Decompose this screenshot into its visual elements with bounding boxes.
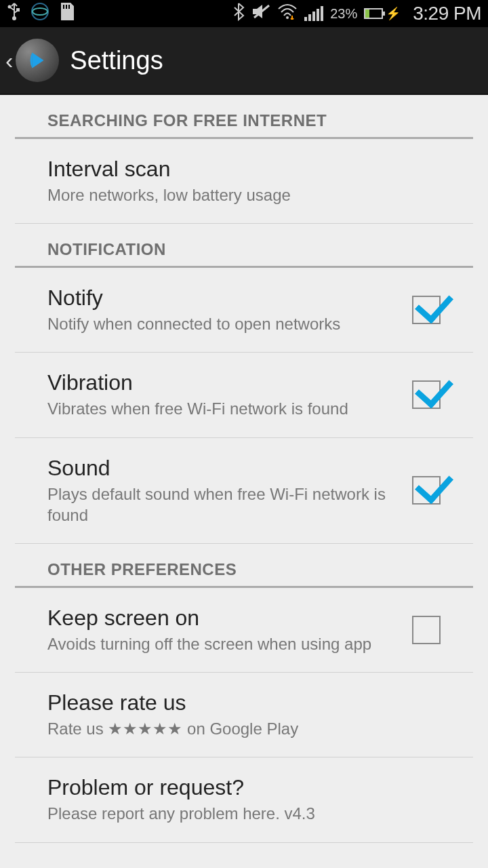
wifi-icon xyxy=(277,3,298,24)
pref-rate-us[interactable]: Please rate us Rate us ★★★★★ on Google P… xyxy=(15,673,473,757)
mute-icon xyxy=(251,3,270,24)
sync-icon xyxy=(30,1,50,26)
pref-title: Interval scan xyxy=(47,157,427,182)
pref-problem-request[interactable]: Problem or request? Please report any pr… xyxy=(15,757,473,842)
checkbox-sound[interactable] xyxy=(412,476,441,505)
clock: 3:29 PM xyxy=(413,3,481,24)
svg-point-0 xyxy=(12,16,16,20)
action-bar[interactable]: ‹ Settings xyxy=(0,27,488,95)
pref-keep-screen-on[interactable]: Keep screen on Avoids turning off the sc… xyxy=(15,588,473,673)
signal-icon xyxy=(304,6,323,21)
pref-summary: Vibrates when free Wi-Fi network is foun… xyxy=(47,398,399,419)
pref-summary: More networks, low battery usage xyxy=(47,184,427,205)
checkbox-keep-screen[interactable] xyxy=(412,616,441,644)
pref-title: Problem or request? xyxy=(47,775,427,800)
section-header-other: OTHER PREFERENCES xyxy=(15,544,473,588)
pref-summary: Plays default sound when free Wi-Fi netw… xyxy=(47,484,399,526)
pref-vibration[interactable]: Vibration Vibrates when free Wi-Fi netwo… xyxy=(15,353,473,437)
section-header-search: SEARCHING FOR FREE INTERNET xyxy=(15,95,473,139)
pref-interval-scan[interactable]: Interval scan More networks, low battery… xyxy=(15,139,473,224)
pref-summary: Notify when connected to open networks xyxy=(47,313,399,334)
checkbox-vibration[interactable] xyxy=(412,380,441,409)
page-title: Settings xyxy=(70,46,163,75)
svg-rect-7 xyxy=(68,5,70,9)
pref-title: Vibration xyxy=(47,370,399,395)
bluetooth-icon xyxy=(232,2,245,25)
pref-title: Please rate us xyxy=(47,690,427,715)
pref-summary: Please report any problem here. v4.3 xyxy=(47,803,427,824)
battery-icon xyxy=(364,8,383,19)
charging-icon: ⚡ xyxy=(386,6,401,21)
svg-point-2 xyxy=(8,5,12,9)
app-icon[interactable] xyxy=(16,39,59,82)
svg-rect-6 xyxy=(66,5,67,9)
pref-title: Sound xyxy=(47,456,399,481)
svg-point-3 xyxy=(32,3,48,20)
pref-summary: Avoids turning off the screen when using… xyxy=(47,633,399,654)
section-header-notification: NOTIFICATION xyxy=(15,224,473,268)
battery-percent: 23% xyxy=(330,6,357,22)
svg-point-4 xyxy=(33,8,47,15)
pref-notify[interactable]: Notify Notify when connected to open net… xyxy=(15,268,473,353)
usb-icon xyxy=(7,2,22,25)
pref-title: Notify xyxy=(47,285,399,311)
svg-point-9 xyxy=(286,16,289,19)
svg-rect-1 xyxy=(16,8,20,12)
settings-list: SEARCHING FOR FREE INTERNET Interval sca… xyxy=(0,95,488,856)
pref-sound[interactable]: Sound Plays default sound when free Wi-F… xyxy=(15,438,473,544)
svg-rect-5 xyxy=(63,5,64,9)
checkbox-notify[interactable] xyxy=(412,296,441,324)
sdcard-icon xyxy=(58,1,76,26)
pref-title: Keep screen on xyxy=(47,606,399,631)
back-icon[interactable]: ‹ xyxy=(5,47,13,74)
status-bar: 23% ⚡ 3:29 PM xyxy=(0,0,488,27)
pref-summary: Rate us ★★★★★ on Google Play xyxy=(47,718,427,739)
